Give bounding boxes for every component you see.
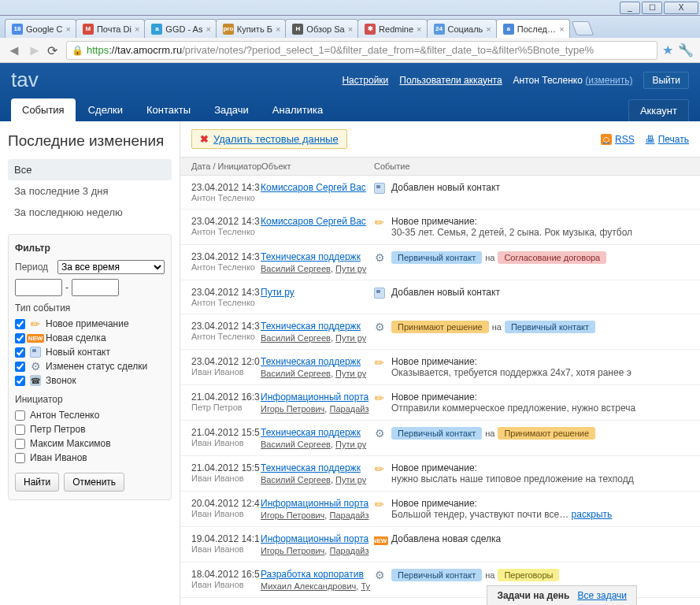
event-object-link[interactable]: Информационный порта	[261, 392, 369, 403]
event-row: 21.04.2012 15:5Иван ИвановТехническая по…	[180, 421, 700, 456]
url-host: ://tav.amocrm.ru	[109, 44, 182, 56]
settings-link[interactable]: Настройки	[342, 75, 388, 86]
all-tasks-link[interactable]: Все задачи	[577, 590, 627, 601]
pencil-icon: ✎	[30, 318, 41, 329]
reload-button[interactable]: ⟳	[47, 43, 61, 58]
nav-tab[interactable]: Аналитика	[261, 98, 334, 121]
checkbox[interactable]	[15, 376, 25, 386]
checkbox[interactable]	[15, 439, 25, 449]
browser-tab[interactable]: aПоследни×	[496, 19, 570, 38]
quick-filter-item[interactable]: За последнюю неделю	[8, 202, 172, 223]
new-tab-button[interactable]	[571, 21, 594, 35]
nav-tab[interactable]: События	[11, 98, 76, 121]
close-window-button[interactable]: X	[664, 2, 698, 14]
event-type-label: Изменен статус сделки	[46, 361, 147, 372]
event-object-link[interactable]: Техническая поддержк	[261, 251, 361, 262]
tab-title: Обзор Sa	[306, 24, 344, 34]
browser-tab[interactable]: 18Google C×	[5, 19, 76, 38]
browser-tab[interactable]: ✱Redmine×	[357, 19, 427, 38]
table-header: Дата / ИнициаторОбъект Событие	[180, 157, 700, 176]
event-list[interactable]: 23.04.2012 14:3Антон ТесленкоКомиссаров …	[180, 176, 700, 605]
browser-tab[interactable]: HОбзор Sa×	[285, 19, 358, 38]
event-type-checkbox[interactable]: Новый контакт	[15, 345, 165, 359]
favicon: ✱	[365, 24, 376, 35]
account-tab[interactable]: Аккаунт	[628, 99, 689, 121]
nav-tab[interactable]: Контакты	[135, 98, 202, 121]
delete-test-data[interactable]: ✖ Удалить тестовые данные	[191, 129, 347, 149]
initiator-checkbox[interactable]: Максим Максимов	[15, 436, 165, 451]
current-user: Антон Тесленко	[513, 75, 583, 86]
event-object-link[interactable]: Информационный порта	[261, 498, 369, 509]
browser-tab[interactable]: aGGD - As×	[144, 19, 217, 38]
new-icon: NEW	[30, 332, 41, 343]
logout-button[interactable]: Выйти	[643, 72, 689, 89]
period-select[interactable]: За все время	[57, 260, 165, 274]
minimize-button[interactable]: _	[620, 2, 640, 14]
tab-close-icon[interactable]: ×	[135, 24, 139, 34]
event-type-checkbox[interactable]: ✎Новое примечание	[15, 317, 165, 331]
event-object-link[interactable]: Пути ру	[261, 287, 294, 298]
sidebar: Последние изменения ВсеЗа последние 3 дн…	[0, 121, 180, 605]
account-users-link[interactable]: Пользователи аккаунта	[399, 75, 502, 86]
print-link[interactable]: 🖶Печать	[646, 134, 689, 145]
checkbox[interactable]	[15, 410, 25, 421]
event-type-checkbox[interactable]: ⚙Изменен статус сделки	[15, 359, 165, 373]
tab-close-icon[interactable]: ×	[417, 24, 421, 34]
event-object-link[interactable]: Техническая поддержк	[261, 321, 361, 332]
event-text: Добавлен новый контакт	[391, 182, 689, 193]
event-object-link[interactable]: Техническая поддержк	[261, 356, 361, 367]
browser-tab[interactable]: proКупить Б×	[216, 19, 287, 38]
find-button[interactable]: Найти	[15, 473, 59, 492]
event-type-checkbox[interactable]: ☎Звонок	[15, 373, 165, 388]
checkbox[interactable]	[15, 425, 25, 435]
initiator-checkbox[interactable]: Иван Иванов	[15, 451, 165, 465]
tab-close-icon[interactable]: ×	[206, 24, 210, 34]
event-datetime: 23.04.2012 14:3	[191, 182, 261, 193]
initiator-checkbox[interactable]: Петр Петров	[15, 422, 165, 436]
rss-link[interactable]: ◌RSS	[601, 134, 635, 145]
event-object-link[interactable]: Разработка корпоратив	[261, 569, 364, 580]
checkbox[interactable]	[15, 333, 25, 343]
quick-filter-item[interactable]: Все	[8, 159, 172, 180]
maximize-button[interactable]: ☐	[642, 2, 662, 14]
event-object-link[interactable]: Комиссаров Сергей Вас	[261, 216, 366, 227]
checkbox[interactable]	[15, 362, 25, 372]
tab-close-icon[interactable]: ×	[486, 24, 491, 34]
event-object-link[interactable]: Информационный порта	[261, 533, 369, 544]
tab-close-icon[interactable]: ×	[65, 24, 70, 34]
browser-tab[interactable]: MПочта Di×	[76, 19, 145, 38]
forward-button[interactable]: ►	[27, 43, 43, 58]
event-object-link[interactable]: Техническая поддержк	[261, 427, 361, 438]
event-text: Новое примечание:	[391, 462, 689, 473]
tasks-widget-title: Задачи на день	[497, 590, 569, 601]
contact-card-icon	[374, 183, 385, 194]
event-object-link[interactable]: Техническая поддержк	[261, 462, 361, 473]
event-object-link[interactable]: Комиссаров Сергей Вас	[261, 182, 366, 193]
favicon: H	[292, 24, 303, 35]
checkbox[interactable]	[15, 347, 25, 358]
date-from-input[interactable]	[15, 279, 62, 296]
bookmark-icon[interactable]: ★	[662, 43, 673, 58]
browser-tab[interactable]: 24Социаль×	[427, 19, 497, 38]
reveal-link[interactable]: раскрыть	[572, 509, 613, 520]
edit-user-link[interactable]: (изменить)	[585, 75, 632, 86]
status-tag: Принимают решение	[391, 321, 489, 333]
menu-icon[interactable]: 🔧	[678, 43, 694, 58]
initiator-checkbox[interactable]: Антон Тесленко	[15, 408, 165, 422]
nav-tab[interactable]: Сделки	[77, 98, 134, 121]
tab-close-icon[interactable]: ×	[348, 24, 353, 34]
tab-close-icon[interactable]: ×	[276, 24, 280, 34]
event-type-checkbox[interactable]: NEWНовая сделка	[15, 331, 165, 345]
back-button[interactable]: ◄	[6, 43, 22, 58]
event-row: 20.04.2012 12:4Иван ИвановИнформационный…	[180, 492, 700, 527]
tab-close-icon[interactable]: ×	[559, 24, 564, 34]
cancel-button[interactable]: Отменить	[64, 473, 124, 492]
checkbox[interactable]	[15, 453, 25, 463]
tasks-widget[interactable]: Задачи на день Все задачи	[487, 585, 637, 605]
quick-filter-item[interactable]: За последние 3 дня	[8, 180, 172, 202]
checkbox[interactable]	[15, 319, 25, 329]
event-subtext: нужно выслать наше типовое предложение н…	[391, 473, 689, 484]
date-to-input[interactable]	[72, 279, 119, 296]
address-bar[interactable]: 🔒 https ://tav.amocrm.ru /private/notes/…	[66, 41, 657, 60]
nav-tab[interactable]: Задачи	[203, 98, 260, 121]
